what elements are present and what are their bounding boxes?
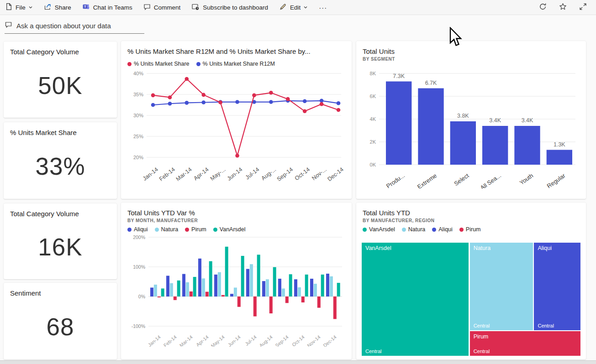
refresh-button[interactable]: [539, 3, 547, 12]
data-point[interactable]: [320, 102, 324, 106]
bar[interactable]: [482, 126, 508, 165]
bar[interactable]: [278, 279, 281, 296]
bar[interactable]: [186, 282, 189, 296]
bar[interactable]: [547, 150, 572, 165]
legend-item[interactable]: Natura: [155, 226, 179, 233]
data-point[interactable]: [151, 94, 155, 98]
bar[interactable]: [330, 276, 333, 296]
data-point[interactable]: [337, 101, 341, 105]
bar[interactable]: [253, 296, 257, 317]
share-button[interactable]: Share: [44, 3, 71, 12]
bar[interactable]: [289, 274, 292, 296]
tile-total-category-volume-50k[interactable]: Total Category Volume 50K: [4, 42, 117, 118]
data-point[interactable]: [201, 93, 206, 97]
data-point[interactable]: [269, 100, 273, 104]
data-point[interactable]: [185, 77, 189, 81]
tile-total-units-by-segment[interactable]: Total Units BY SEGMENT 8K6K4K2K0K7.3KPro…: [356, 41, 586, 199]
data-point[interactable]: [303, 109, 307, 114]
edit-menu-button[interactable]: Edit: [279, 3, 308, 12]
data-point[interactable]: [303, 99, 307, 103]
bar[interactable]: [150, 288, 153, 297]
subscribe-button[interactable]: Subscribe to dashboard: [191, 3, 268, 12]
qa-search-box[interactable]: [5, 21, 144, 34]
treemap-node-natura[interactable]: NaturaCentral: [470, 243, 533, 330]
bar[interactable]: [158, 296, 161, 297]
more-options-button[interactable]: ···: [319, 4, 327, 11]
bar[interactable]: [514, 126, 540, 165]
legend-item[interactable]: % Units Market Share: [127, 61, 190, 67]
bar[interactable]: [246, 269, 249, 296]
bar[interactable]: [450, 121, 476, 165]
data-point[interactable]: [235, 154, 239, 158]
bar[interactable]: [222, 295, 225, 296]
bar[interactable]: [241, 256, 244, 296]
tile-total-units-ytd-treemap[interactable]: Total Units YTD BY MANUFACTURER, REGION …: [356, 203, 586, 359]
line-chart[interactable]: 40%35%30%25%20%Jan-14Feb-14Mar-14Apr-14M…: [127, 67, 345, 189]
bar[interactable]: [202, 278, 205, 296]
bar[interactable]: [234, 288, 237, 297]
chat-in-teams-button[interactable]: T Chat in Teams: [82, 3, 132, 12]
bar[interactable]: [310, 279, 313, 296]
bar[interactable]: [301, 296, 305, 302]
bar[interactable]: [266, 279, 269, 296]
bar[interactable]: [154, 285, 157, 296]
grouped-bar-chart[interactable]: 200%100%0%-100%Jan-14Feb-14Mar-14Apr-14M…: [127, 233, 345, 347]
bar[interactable]: [282, 288, 285, 296]
bar[interactable]: [337, 283, 340, 296]
tile-market-share-line-chart[interactable]: % Units Market Share R12M and % Units Ma…: [121, 41, 352, 199]
bar[interactable]: [285, 296, 289, 303]
data-point[interactable]: [286, 97, 290, 101]
bar[interactable]: [237, 296, 241, 307]
bar-chart[interactable]: 8K6K4K2K0K7.3KProdu...6.7KExtreme3.8KSel…: [363, 62, 580, 188]
bar[interactable]: [193, 277, 196, 296]
bar[interactable]: [209, 261, 212, 296]
data-point[interactable]: [252, 94, 256, 98]
bar[interactable]: [177, 281, 180, 296]
legend-item[interactable]: Pirum: [459, 226, 481, 233]
bar[interactable]: [386, 82, 411, 165]
legend-item[interactable]: Aliqui: [432, 226, 453, 233]
data-point[interactable]: [320, 99, 324, 103]
data-point[interactable]: [168, 95, 172, 99]
bar[interactable]: [161, 288, 164, 296]
bar[interactable]: [305, 275, 308, 296]
legend-item[interactable]: Pirum: [185, 226, 206, 233]
data-point[interactable]: [168, 102, 172, 106]
bar[interactable]: [166, 276, 169, 297]
bar[interactable]: [294, 279, 297, 296]
bar[interactable]: [317, 296, 321, 308]
data-point[interactable]: [337, 108, 341, 112]
data-point[interactable]: [201, 100, 206, 104]
data-point[interactable]: [235, 100, 239, 104]
legend-item[interactable]: VanArsdel: [213, 226, 246, 233]
bar[interactable]: [218, 272, 221, 296]
comment-button[interactable]: Comment: [143, 3, 181, 12]
data-point[interactable]: [218, 100, 222, 104]
bar[interactable]: [198, 259, 201, 296]
bar[interactable]: [418, 88, 443, 165]
bar[interactable]: [326, 274, 329, 296]
treemap-node-pirum[interactable]: PirumCentral: [470, 331, 580, 356]
fullscreen-button[interactable]: [579, 3, 587, 12]
legend-item[interactable]: % Units Market Share R12M: [196, 61, 275, 67]
legend-item[interactable]: Aliqui: [127, 226, 148, 233]
legend-item[interactable]: VanArsdel: [363, 226, 395, 233]
line-series[interactable]: [153, 101, 338, 105]
treemap-chart[interactable]: VanArsdelCentralNaturaCentralAliquiCentr…: [362, 243, 580, 356]
bar[interactable]: [269, 296, 273, 313]
bar[interactable]: [174, 296, 177, 300]
tile-sentiment[interactable]: Sentiment 68: [4, 283, 117, 359]
treemap-node-aliqui[interactable]: AliquiCentral: [534, 243, 580, 330]
bar[interactable]: [206, 292, 209, 296]
bar[interactable]: [273, 267, 276, 296]
data-point[interactable]: [269, 91, 273, 95]
bar[interactable]: [262, 281, 265, 296]
bar[interactable]: [170, 283, 173, 296]
bar[interactable]: [190, 291, 193, 296]
qa-input[interactable]: [16, 22, 144, 30]
legend-item[interactable]: Natura: [402, 226, 426, 233]
line-series[interactable]: [153, 79, 338, 156]
bar[interactable]: [182, 274, 185, 296]
data-point[interactable]: [151, 103, 155, 107]
bar[interactable]: [214, 275, 217, 296]
